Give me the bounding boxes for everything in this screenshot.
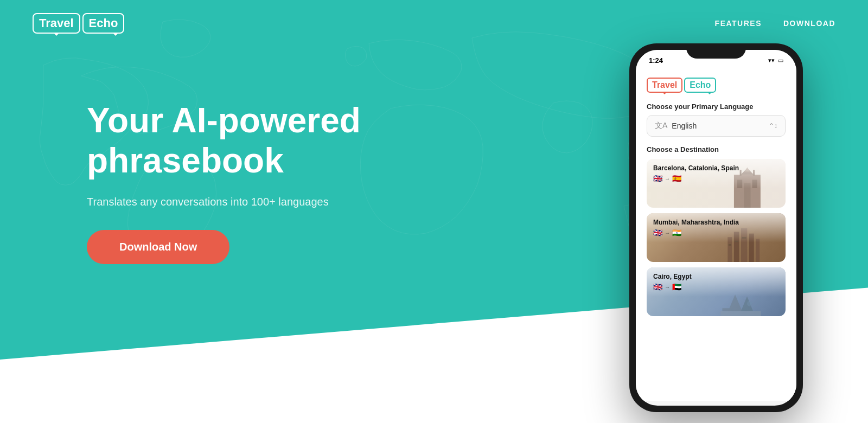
status-icons: ▾▾ ▭ <box>768 57 783 64</box>
nav-links: FEATURES DOWNLOAD <box>715 18 835 28</box>
primary-language-label: Choose your Primary Language <box>647 102 786 111</box>
dest-name-mumbai: Mumbai, Maharashtra, India <box>653 219 779 226</box>
dest-flags-barcelona: 🇬🇧 → 🇪🇸 <box>653 174 779 183</box>
phone-frame: 1:24 ▾▾ ▭ Travel Echo Choose your Primar… <box>629 43 803 412</box>
destination-label: Choose a Destination <box>647 145 786 153</box>
dest-info-mumbai: Mumbai, Maharashtra, India 🇬🇧 → 🇮🇳 <box>647 213 786 262</box>
app-logo: Travel Echo <box>647 78 786 93</box>
phone-app-content: Travel Echo Choose your Primary Language… <box>636 69 796 401</box>
dest-info-cairo: Cairo, Egypt 🇬🇧 → 🇦🇪 <box>647 267 786 316</box>
flag-from-barcelona: 🇬🇧 <box>653 174 662 183</box>
destination-card-barcelona[interactable]: Barcelona, Catalonia, Spain 🇬🇧 → 🇪🇸 <box>647 159 786 208</box>
arrow-icon: → <box>665 176 670 182</box>
dest-info-barcelona: Barcelona, Catalonia, Spain 🇬🇧 → 🇪🇸 <box>647 159 786 208</box>
hero-subtitle: Translates any conversations into 100+ l… <box>87 196 412 208</box>
flag-to-mumbai: 🇮🇳 <box>672 228 681 237</box>
language-selector[interactable]: 文A English ⌃↕ <box>647 115 786 137</box>
selected-language: English <box>672 121 697 130</box>
nav-download[interactable]: DOWNLOAD <box>783 19 835 28</box>
flag-to-cairo: 🇦🇪 <box>672 283 681 291</box>
logo-travel: Travel <box>33 13 80 34</box>
phone-mockup: 1:24 ▾▾ ▭ Travel Echo Choose your Primar… <box>629 43 803 412</box>
lang-selector-left: 文A English <box>655 121 697 131</box>
download-now-button[interactable]: Download Now <box>87 230 229 264</box>
phone-screen: 1:24 ▾▾ ▭ Travel Echo Choose your Primar… <box>636 50 796 406</box>
nav-features[interactable]: FEATURES <box>715 19 762 28</box>
flag-from-cairo: 🇬🇧 <box>653 283 662 291</box>
translate-icon: 文A <box>655 121 667 131</box>
dest-flags-mumbai: 🇬🇧 → 🇮🇳 <box>653 228 779 237</box>
dest-name-cairo: Cairo, Egypt <box>653 273 779 280</box>
flag-to-barcelona: 🇪🇸 <box>672 174 681 183</box>
hero-title: Your AI-powered phrasebook <box>87 101 412 181</box>
phone-notch <box>686 43 746 59</box>
arrow-icon-cairo: → <box>665 284 670 290</box>
flag-from-mumbai: 🇬🇧 <box>653 228 662 237</box>
navbar: Travel Echo FEATURES DOWNLOAD <box>0 0 868 47</box>
chevron-down-icon: ⌃↕ <box>769 122 777 130</box>
battery-icon: ▭ <box>778 57 783 64</box>
status-time: 1:24 <box>649 56 663 65</box>
destination-card-cairo[interactable]: Cairo, Egypt 🇬🇧 → 🇦🇪 <box>647 267 786 316</box>
arrow-icon-mumbai: → <box>665 230 670 236</box>
hero-content: Your AI-powered phrasebook Translates an… <box>87 79 412 264</box>
destination-card-mumbai[interactable]: Mumbai, Maharashtra, India 🇬🇧 → 🇮🇳 <box>647 213 786 262</box>
app-logo-echo: Echo <box>684 78 716 93</box>
wifi-icon: ▾▾ <box>768 57 775 64</box>
dest-flags-cairo: 🇬🇧 → 🇦🇪 <box>653 283 779 291</box>
logo[interactable]: Travel Echo <box>33 13 124 34</box>
logo-echo: Echo <box>82 13 125 34</box>
app-logo-travel: Travel <box>647 78 682 93</box>
dest-name-barcelona: Barcelona, Catalonia, Spain <box>653 164 779 172</box>
